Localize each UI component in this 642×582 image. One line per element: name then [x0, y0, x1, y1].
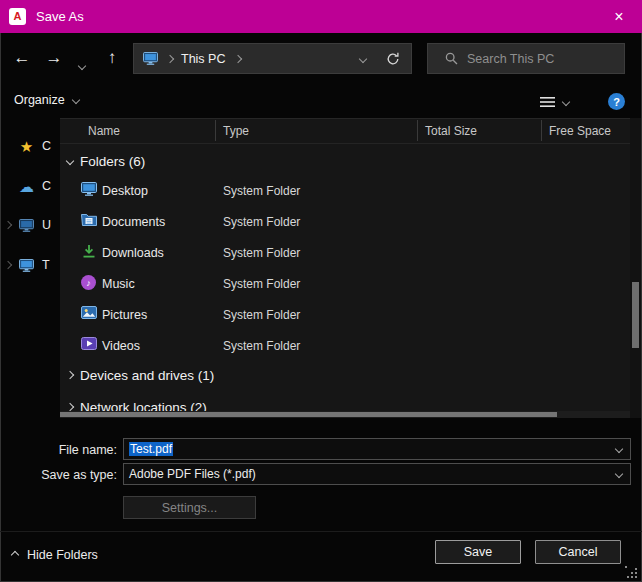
window-title: Save As [36, 9, 84, 24]
search-input[interactable] [467, 52, 607, 66]
refresh-icon[interactable] [386, 52, 400, 66]
address-dropdown-icon[interactable] [359, 54, 367, 62]
cancel-button[interactable]: Cancel [535, 540, 621, 564]
back-icon: ← [14, 48, 31, 68]
vertical-scrollbar-thumb[interactable] [632, 282, 639, 348]
hide-folders-button[interactable]: Hide Folders [12, 545, 98, 565]
save-button[interactable]: Save [435, 540, 521, 564]
organize-menu[interactable]: Organize [14, 90, 79, 110]
file-type: System Folder [223, 299, 300, 330]
file-row-videos[interactable]: Videos System Folder [60, 330, 641, 361]
file-row-desktop[interactable]: Desktop System Folder [60, 175, 641, 206]
group-devices-and-drives[interactable]: Devices and drives (1) [60, 361, 641, 389]
music-note-icon: ♪ [86, 278, 91, 288]
view-options-chevron-icon[interactable] [562, 98, 570, 106]
chevron-down-icon [78, 62, 86, 70]
group-folders[interactable]: Folders (6) [60, 147, 641, 175]
save-as-dialog: A Save As × ← → ↑ This PC [0, 0, 642, 582]
recent-locations-button[interactable] [76, 53, 88, 79]
column-header-free-space[interactable]: Free Space [549, 119, 611, 143]
sidebar-item-label: C [42, 179, 51, 193]
chevron-right-icon[interactable] [66, 403, 74, 411]
file-name: Music [102, 268, 135, 299]
file-type: System Folder [223, 237, 300, 268]
file-row-downloads[interactable]: Downloads System Folder [60, 237, 641, 268]
close-button[interactable]: × [596, 0, 642, 33]
file-type: System Folder [223, 206, 300, 237]
file-row-documents[interactable]: Documents System Folder [60, 206, 641, 237]
sidebar-item-label: T [42, 258, 50, 272]
file-name-input[interactable]: Test.pdf [123, 438, 631, 460]
vertical-scrollbar[interactable] [630, 118, 641, 418]
chevron-down-icon[interactable] [615, 445, 623, 453]
column-separator[interactable] [215, 120, 216, 141]
downloads-icon [80, 244, 97, 258]
acrobat-app-icon: A [9, 8, 26, 25]
file-row-pictures[interactable]: Pictures System Folder [60, 299, 641, 330]
horizontal-scrollbar[interactable] [60, 411, 630, 418]
column-header-total-size[interactable]: Total Size [425, 119, 477, 143]
group-label: Folders (6) [80, 154, 145, 169]
chevron-down-icon[interactable] [615, 470, 623, 478]
file-list-panel: Name Type Total Size Free Space Folders … [60, 118, 641, 418]
computer-icon [18, 219, 35, 232]
chevron-right-icon[interactable] [4, 261, 12, 269]
column-separator[interactable] [541, 120, 542, 141]
chevron-up-icon [11, 551, 19, 559]
horizontal-scrollbar-thumb[interactable] [60, 412, 557, 417]
column-header-name[interactable]: Name [88, 119, 120, 143]
desktop-icon [80, 182, 97, 196]
help-button[interactable]: ? [608, 93, 625, 110]
titlebar: A Save As × [0, 0, 642, 33]
organize-label: Organize [14, 93, 65, 107]
up-icon: ↑ [108, 48, 117, 68]
pictures-icon [80, 306, 97, 319]
chevron-right-icon[interactable] [4, 221, 12, 229]
search-box[interactable] [427, 43, 625, 74]
help-icon: ? [613, 96, 620, 108]
chevron-down-icon[interactable] [66, 157, 74, 165]
sidebar-item-label: C [42, 139, 51, 153]
column-separator[interactable] [417, 120, 418, 141]
file-type: System Folder [223, 175, 300, 206]
breadcrumb-this-pc[interactable]: This PC [181, 52, 225, 66]
footer-divider [0, 531, 642, 532]
music-icon: ♪ [80, 275, 97, 290]
save-as-type-select[interactable]: Adobe PDF Files (*.pdf) [123, 463, 631, 485]
file-name: Videos [102, 330, 140, 361]
file-name: Documents [102, 206, 165, 237]
sidebar-item-label: U [42, 218, 51, 232]
settings-button[interactable]: Settings... [123, 496, 256, 519]
file-type: System Folder [223, 330, 300, 361]
hide-folders-label: Hide Folders [27, 548, 98, 562]
breadcrumb-separator-icon[interactable] [234, 54, 242, 62]
file-name: Desktop [102, 175, 148, 206]
group-label: Devices and drives (1) [80, 368, 214, 383]
file-name-label: File name: [0, 439, 117, 460]
forward-icon: → [46, 48, 63, 68]
file-name: Pictures [102, 299, 147, 330]
save-as-type-label: Save as type: [0, 464, 117, 485]
cloud-icon: ☁ [18, 179, 35, 194]
star-icon: ★ [18, 139, 35, 154]
file-type: System Folder [223, 268, 300, 299]
save-as-type-value: Adobe PDF Files (*.pdf) [129, 467, 256, 481]
monitor-icon [18, 259, 35, 272]
up-button[interactable]: ↑ [98, 45, 126, 71]
breadcrumb-separator-icon [166, 54, 174, 62]
documents-icon [80, 213, 97, 226]
close-icon: × [614, 8, 623, 26]
chevron-right-icon[interactable] [66, 371, 74, 379]
header-divider [60, 143, 641, 144]
acrobat-app-letter: A [14, 11, 22, 22]
back-button[interactable]: ← [8, 45, 36, 71]
chevron-down-icon [71, 96, 79, 104]
breadcrumb[interactable]: This PC [133, 43, 412, 74]
forward-button[interactable]: → [40, 45, 68, 71]
view-list-icon[interactable] [540, 94, 555, 112]
column-header-type[interactable]: Type [223, 119, 249, 143]
file-row-music[interactable]: ♪ Music System Folder [60, 268, 641, 299]
search-icon [445, 52, 458, 65]
resize-grip-icon[interactable] [625, 566, 637, 578]
videos-icon [80, 337, 97, 350]
